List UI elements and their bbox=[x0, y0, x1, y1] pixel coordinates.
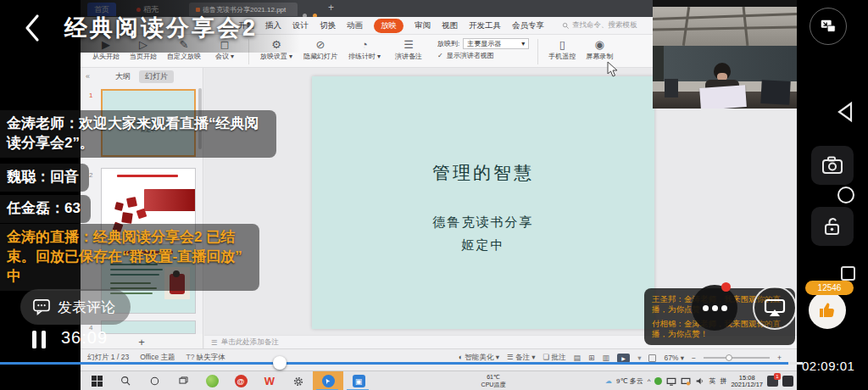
blue-app-icon[interactable]: ▣ bbox=[343, 371, 374, 390]
current-slide[interactable]: 管理的智慧 德鲁克读书分享 姬定中 bbox=[312, 76, 654, 329]
speaker-notes-button[interactable]: ☰ 演讲备注 bbox=[390, 38, 427, 61]
display-tray-icon[interactable] bbox=[666, 377, 676, 386]
seek-bar-played[interactable] bbox=[0, 362, 788, 365]
antivirus-tray-icon[interactable] bbox=[654, 377, 662, 385]
task-view-button[interactable] bbox=[169, 371, 198, 390]
post-comment-button[interactable]: 发表评论 bbox=[20, 289, 131, 325]
chat-message: 金涛老师：欢迎大家来观看直播“经典阅读分享会2”。 bbox=[0, 110, 276, 158]
wps-w-icon: W bbox=[264, 375, 275, 387]
ribbon-tab-slideshow[interactable]: 放映 bbox=[374, 19, 403, 33]
windows-logo-icon bbox=[92, 376, 103, 387]
blue-square-icon: ▣ bbox=[353, 375, 365, 387]
rehearse-button[interactable]: ◔ 排练计时 ▾ bbox=[346, 38, 383, 61]
search-icon bbox=[562, 22, 570, 30]
ribbon-search-box[interactable]: 查找命令、搜索模板 bbox=[562, 20, 637, 31]
beautify-icon: ◐ bbox=[459, 353, 463, 361]
active-app-icon[interactable] bbox=[313, 371, 343, 390]
ribbon-tab-review[interactable]: 审阅 bbox=[415, 20, 431, 31]
ime-indicator[interactable]: 拼 bbox=[720, 376, 726, 386]
notification-tray-icon[interactable] bbox=[782, 376, 793, 387]
total-duration: 02:09:01 bbox=[802, 359, 854, 373]
weather-widget[interactable]: 9℃ 多云 bbox=[616, 376, 643, 386]
projector-tray-icon[interactable] bbox=[681, 377, 691, 386]
pause-button[interactable] bbox=[32, 331, 46, 348]
ribbon-tab-animation[interactable]: 动画 bbox=[347, 20, 363, 31]
seek-handle[interactable] bbox=[273, 356, 287, 370]
collapse-panel-button[interactable]: « bbox=[86, 72, 90, 81]
green-browser-icon bbox=[206, 375, 219, 387]
zoom-out-button[interactable]: − bbox=[692, 354, 696, 362]
message-tray-icon[interactable]: 1 bbox=[767, 376, 778, 387]
cortana-button[interactable] bbox=[140, 371, 169, 390]
webcam-feed bbox=[653, 0, 797, 109]
speaker-icon[interactable] bbox=[695, 376, 704, 386]
language-indicator[interactable]: 英 bbox=[709, 376, 715, 386]
ribbon-tab-devtools[interactable]: 开发工具 bbox=[469, 20, 501, 31]
at-icon: @ bbox=[235, 375, 248, 387]
speaker-notes-icon: ☰ bbox=[403, 38, 414, 52]
fit-window-icon[interactable] bbox=[648, 354, 656, 362]
notes-icon: ☰ bbox=[211, 338, 218, 347]
taskbar-clock[interactable]: 15:08 2021/12/17 bbox=[731, 375, 763, 388]
phone-remote-button[interactable]: ▯ 手机遥控 bbox=[547, 38, 577, 61]
display-target-group: 放映到: 主要显示器 ▾ ✓ 显示演讲者视图 bbox=[437, 38, 529, 60]
tab-slides[interactable]: 幻灯片 bbox=[139, 70, 174, 83]
ribbon-tab-view[interactable]: 视图 bbox=[442, 20, 458, 31]
pip-icon bbox=[819, 17, 837, 36]
slide-number: 2 bbox=[89, 171, 92, 179]
slideshow-play-button[interactable]: ▶ bbox=[617, 354, 630, 363]
tab-outline[interactable]: 大纲 bbox=[115, 71, 131, 82]
triangle-left-icon bbox=[835, 100, 855, 124]
browser-app-icon[interactable] bbox=[198, 371, 226, 390]
chevron-down-icon[interactable]: ▾ bbox=[637, 354, 641, 362]
notification-dot bbox=[721, 282, 731, 292]
red-app-icon[interactable]: @ bbox=[226, 371, 255, 390]
zoom-level[interactable]: 67% ▾ bbox=[664, 354, 684, 362]
square-indicator-icon bbox=[841, 266, 855, 281]
pip-button[interactable] bbox=[810, 8, 847, 45]
pointer-app-icon bbox=[322, 375, 335, 387]
zoom-slider-handle[interactable] bbox=[726, 354, 732, 361]
search-icon bbox=[120, 376, 131, 387]
wps-statusbar: 幻灯片 1 / 23 Office 主题 T? 缺失字体 ◐ 智能美化 ▾ ☰ … bbox=[81, 348, 797, 370]
like-button[interactable] bbox=[809, 292, 846, 329]
ribbon-tab-member[interactable]: 会员专享 bbox=[512, 20, 544, 31]
presenter-view-checkbox[interactable]: ✓ 显示演讲者视图 bbox=[437, 51, 529, 60]
record-ring-icon[interactable] bbox=[837, 187, 854, 203]
cloud-weather-icon: ☁ bbox=[605, 377, 612, 385]
new-tab-button[interactable]: + bbox=[328, 2, 334, 14]
chevron-down-icon: ▾ bbox=[521, 40, 525, 47]
unlock-icon bbox=[822, 216, 843, 237]
back-button[interactable] bbox=[24, 14, 41, 46]
rotation-lock-button[interactable] bbox=[811, 207, 854, 246]
missing-font-icon: T? bbox=[186, 353, 195, 361]
camera-icon bbox=[821, 156, 843, 175]
live-replay-screen: 首页 稻壳 德鲁克读书分享2021.12.ppt + 开始 插入 设计 切换 动… bbox=[0, 0, 868, 390]
display-to-label: 放映到: bbox=[437, 39, 459, 48]
seek-bar-remaining[interactable] bbox=[788, 362, 803, 365]
slide-author: 姬定中 bbox=[312, 237, 654, 254]
settings-app-icon[interactable] bbox=[284, 371, 313, 390]
stream-title: 经典阅读分享会2 bbox=[64, 13, 258, 43]
wps-app-icon[interactable]: W bbox=[255, 371, 284, 390]
ribbon-tab-transition[interactable]: 切换 bbox=[320, 20, 336, 31]
mouse-cursor bbox=[607, 61, 618, 81]
zoom-slider[interactable] bbox=[704, 357, 770, 359]
comment-icon: ❏ bbox=[543, 353, 550, 361]
normal-view-icon[interactable]: ▤ bbox=[574, 354, 581, 362]
tray-expand-button[interactable]: ^ bbox=[648, 377, 651, 385]
screen-record-button[interactable]: ◉ 屏幕录制 bbox=[584, 38, 615, 61]
task-view-icon bbox=[178, 376, 189, 387]
display-target-dropdown[interactable]: 主要显示器 ▾ bbox=[463, 38, 529, 49]
screen-cast-button[interactable] bbox=[753, 286, 797, 330]
zoom-in-button[interactable]: + bbox=[777, 354, 782, 362]
collapse-rail-button[interactable] bbox=[835, 100, 855, 127]
more-options-button[interactable] bbox=[692, 285, 737, 331]
hide-slide-button[interactable]: ⊘ 隐藏幻灯片 bbox=[302, 38, 339, 61]
screenshot-button[interactable] bbox=[811, 146, 854, 185]
slide-sorter-icon[interactable]: ⊞ bbox=[588, 354, 595, 362]
reading-view-icon[interactable]: ▥ bbox=[603, 354, 610, 362]
start-button[interactable] bbox=[82, 371, 111, 390]
current-time: 36:09 bbox=[61, 328, 108, 348]
taskbar-search-button[interactable] bbox=[111, 371, 140, 390]
